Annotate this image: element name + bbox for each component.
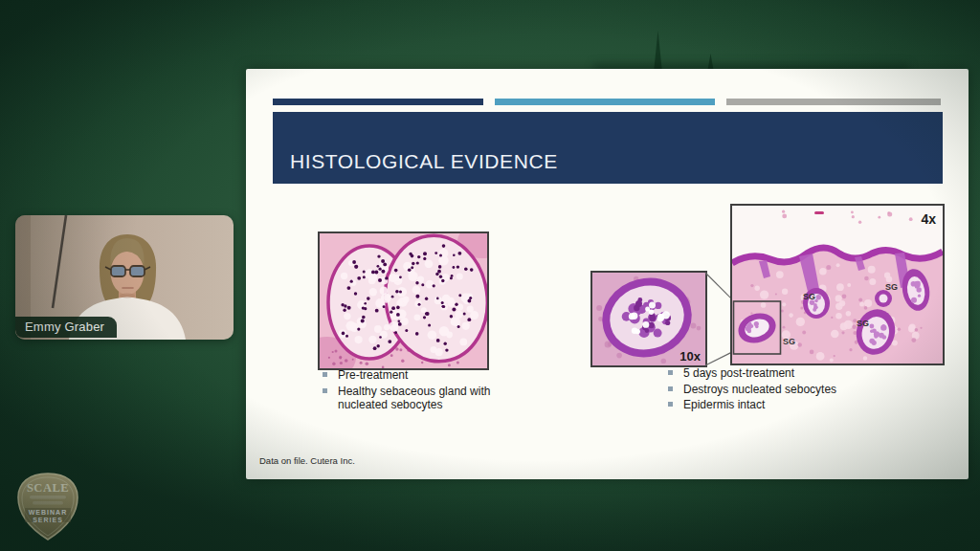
bullet-text: Epidermis intact: [683, 398, 765, 412]
pre-treatment-histology-image: [318, 231, 489, 370]
bullet-item: Healthy sebaceous gland with nucleated s…: [323, 385, 509, 412]
bullet-item: Epidermis intact: [668, 398, 893, 412]
post-treatment-10x-image: 10x: [590, 271, 707, 367]
bullet-item: 5 days post-treatment: [668, 366, 893, 381]
bullet-text: 5 days post-treatment: [683, 366, 794, 381]
magnification-label-4x: 4x: [921, 211, 936, 227]
speaker-video-tile[interactable]: Emmy Graber: [15, 215, 234, 340]
scale-webinar-series-badge: SCALE WEBINAR SERIES: [15, 472, 80, 542]
bullet-square-icon: [668, 402, 673, 407]
badge-subtitle-line1: WEBINAR: [29, 509, 67, 516]
sg-annotation: SG: [803, 292, 815, 301]
background-spire-icon: [654, 31, 662, 73]
accent-bar-blue: [495, 99, 715, 105]
accent-bar-gray: [726, 99, 941, 105]
bullet-item: Pre-treatment: [323, 368, 509, 383]
sg-annotation: SG: [857, 319, 869, 328]
sg-annotation: SG: [885, 282, 898, 292]
bullet-text: Pre-treatment: [338, 368, 408, 383]
bullet-text: Healthy sebaceous gland with nucleated s…: [338, 385, 509, 412]
bullet-text: Destroys nucleated sebocytes: [683, 383, 836, 397]
magnification-label-10x: 10x: [679, 349, 701, 364]
bullet-item: Destroys nucleated sebocytes: [668, 383, 893, 397]
bullet-square-icon: [323, 388, 327, 393]
presentation-slide: HISTOLOGICAL EVIDENCE 10x: [246, 69, 969, 479]
slide-title: HISTOLOGICAL EVIDENCE: [290, 150, 558, 173]
sg-annotation: SG: [783, 337, 795, 346]
badge-subtitle-line2: SERIES: [33, 517, 63, 523]
slide-footnote: Data on file. Cutera Inc.: [259, 455, 355, 466]
pre-treatment-bullet-list: Pre-treatment Healthy sebaceous gland wi…: [323, 368, 509, 414]
bullet-square-icon: [668, 370, 673, 375]
accent-bar-navy: [273, 99, 483, 105]
post-treatment-bullet-list: 5 days post-treatment Destroys nucleated…: [668, 366, 893, 414]
post-treatment-4x-image: SG SG SG SG 4x: [730, 204, 945, 365]
bullet-square-icon: [323, 372, 327, 377]
speaker-name-tag: Emmy Graber: [15, 317, 117, 338]
badge-title: SCALE: [27, 481, 69, 495]
bullet-square-icon: [668, 386, 673, 391]
slide-title-bar: HISTOLOGICAL EVIDENCE: [273, 112, 943, 184]
